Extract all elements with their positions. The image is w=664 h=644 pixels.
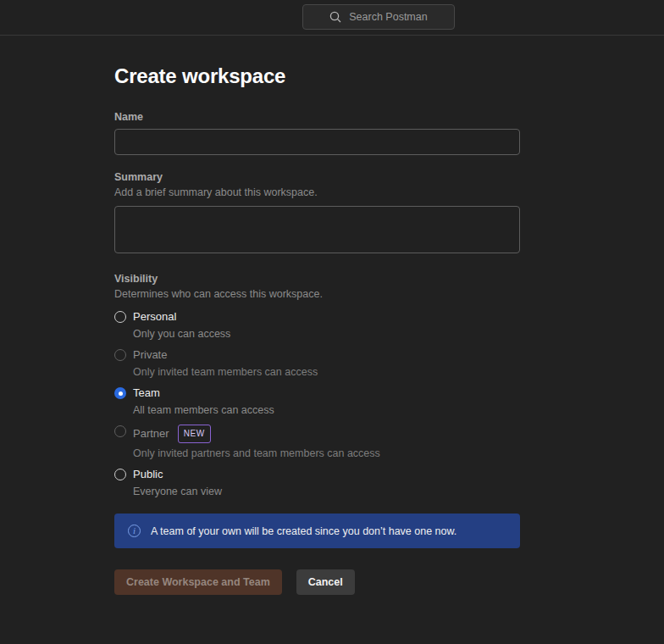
name-field: Name — [114, 111, 520, 155]
radio-icon — [114, 425, 126, 437]
radio-description: All team members can access — [133, 404, 520, 416]
search-icon — [329, 11, 341, 23]
radio-description: Everyone can view — [133, 486, 520, 497]
create-workspace-form: Create workspace Name Summary Add a brie… — [114, 64, 520, 595]
radio-option-team[interactable]: Team All team members can access — [114, 386, 520, 416]
summary-textarea[interactable] — [114, 206, 520, 253]
search-placeholder: Search Postman — [349, 11, 427, 23]
create-workspace-and-team-button[interactable]: Create Workspace and Team — [114, 569, 282, 595]
radio-label: Public — [133, 468, 520, 481]
radio-label: Personal — [133, 310, 520, 324]
radio-option-personal[interactable]: Personal Only you can access — [114, 310, 520, 340]
radio-icon-selected[interactable] — [114, 387, 126, 399]
radio-description: Only invited team members can access — [133, 366, 520, 378]
name-input[interactable] — [114, 129, 520, 155]
visibility-label: Visibility — [114, 273, 520, 285]
page-title: Create workspace — [114, 64, 520, 88]
info-icon: i — [128, 525, 141, 537]
visibility-radio-group: Personal Only you can access Private Onl… — [114, 310, 520, 497]
radio-icon[interactable] — [114, 469, 126, 480]
summary-label: Summary — [114, 171, 520, 183]
visibility-helper: Determines who can access this workspace… — [114, 288, 520, 300]
radio-label: Private — [133, 348, 520, 362]
top-bar: Search Postman — [0, 0, 664, 36]
cancel-button[interactable]: Cancel — [296, 569, 355, 595]
radio-label: Team — [133, 386, 520, 400]
visibility-field: Visibility Determines who can access thi… — [114, 273, 520, 497]
search-input[interactable]: Search Postman — [302, 4, 455, 30]
radio-icon — [114, 349, 126, 361]
info-banner-message: A team of your own will be created since… — [151, 525, 456, 537]
radio-icon[interactable] — [114, 311, 126, 323]
new-badge: NEW — [178, 425, 211, 443]
name-label: Name — [114, 111, 520, 123]
summary-field: Summary Add a brief summary about this w… — [114, 171, 520, 257]
info-banner: i A team of your own will be created sin… — [114, 514, 520, 548]
radio-option-partner: PartnerNEW Only invited partners and tea… — [114, 425, 520, 459]
radio-label: PartnerNEW — [133, 425, 520, 443]
summary-helper: Add a brief summary about this workspace… — [114, 186, 520, 198]
radio-option-public[interactable]: Public Everyone can view — [114, 468, 520, 497]
form-actions: Create Workspace and Team Cancel — [114, 569, 520, 595]
radio-option-private: Private Only invited team members can ac… — [114, 348, 520, 378]
radio-description: Only you can access — [133, 328, 520, 340]
radio-description: Only invited partners and team members c… — [133, 447, 520, 459]
